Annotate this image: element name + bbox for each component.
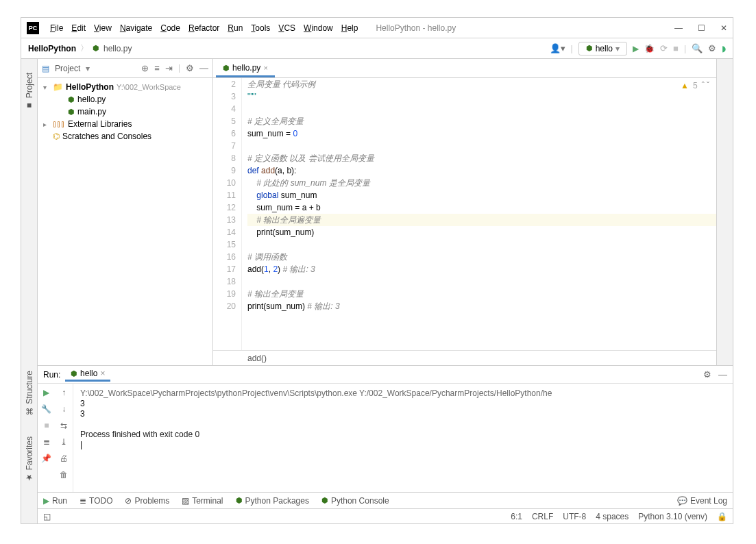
locate-icon[interactable]: ⊕ — [141, 63, 149, 73]
code-line[interactable]: global sum_num — [247, 189, 716, 201]
menu-tools[interactable]: Tools — [248, 22, 273, 34]
wrench-icon[interactable]: 🔧 — [41, 404, 51, 414]
hide-icon[interactable]: — — [718, 369, 727, 380]
menu-code[interactable]: Code — [158, 22, 183, 34]
line-separator[interactable]: CRLF — [532, 512, 553, 521]
close-tab-icon[interactable]: × — [100, 369, 105, 378]
code-line[interactable]: # 定义函数 以及 尝试使用全局变量 — [247, 152, 716, 164]
settings-icon[interactable]: ⚙ — [708, 43, 716, 53]
code-line[interactable]: # 输出全局变量 — [247, 288, 716, 300]
file-encoding[interactable]: UTF-8 — [563, 512, 586, 521]
code-line[interactable] — [247, 275, 716, 288]
maximize-icon[interactable]: ☐ — [698, 23, 705, 33]
run-tab[interactable]: ⬢hello × — [65, 367, 110, 382]
code-line[interactable]: # 调用函数 — [247, 251, 716, 263]
code-line[interactable] — [247, 103, 716, 115]
todo-tool-button[interactable]: ≣TODO — [80, 496, 112, 506]
tree-file[interactable]: ⬢hello.py — [38, 93, 212, 106]
indent[interactable]: 4 spaces — [596, 512, 629, 521]
editor-tab[interactable]: ⬢ hello.py × — [216, 60, 275, 77]
tree-root[interactable]: ▾📁 HelloPython Y:\002_WorkSpace — [38, 81, 212, 93]
code-editor[interactable]: ▲ 5 ˆ ˇ 234567891011121314151617181920 全… — [213, 78, 716, 350]
run-button[interactable]: ▶ — [633, 44, 639, 53]
menu-vcs[interactable]: VCS — [276, 22, 298, 34]
scroll-icon[interactable]: ⤓ — [60, 437, 67, 447]
tree-scratches[interactable]: ⌬ Scratches and Consoles — [38, 130, 212, 143]
code-line[interactable]: 全局变量 代码示例 — [247, 78, 716, 90]
breadcrumb-project[interactable]: HelloPython — [28, 44, 76, 53]
gutter: 234567891011121314151617181920 — [213, 78, 242, 350]
caret-position[interactable]: 6:1 — [511, 512, 522, 521]
hide-icon[interactable]: — — [199, 63, 208, 73]
delete-icon[interactable]: 🗑 — [60, 470, 68, 480]
code-line[interactable]: """ — [247, 90, 716, 103]
code-line[interactable]: def add(a, b): — [247, 164, 716, 177]
code-line[interactable] — [247, 238, 716, 251]
gear-icon[interactable]: ⚙ — [186, 63, 194, 73]
favorites-tool-button[interactable]: ★ Favorites — [25, 436, 34, 482]
stop-button[interactable]: ■ — [673, 43, 679, 53]
structure-tool-button[interactable]: ⌘ Structure — [25, 371, 34, 416]
menu-view[interactable]: View — [91, 22, 114, 34]
left-tool-strip: ■ Project ⌘ Structure ★ Favorites — [21, 59, 38, 523]
code-line[interactable] — [247, 140, 716, 152]
down-icon[interactable]: ↓ — [62, 404, 66, 414]
expand-icon[interactable]: ≡ — [154, 63, 160, 73]
layout-icon[interactable]: ≣ — [43, 437, 50, 447]
interpreter[interactable]: Python 3.10 (venv) — [638, 512, 707, 521]
code-line[interactable]: sum_num = 0 — [247, 127, 716, 140]
menu-file[interactable]: File — [47, 22, 66, 34]
user-icon[interactable]: 👤▾ — [550, 43, 565, 53]
menu-refactor[interactable]: Refactor — [186, 22, 222, 34]
up-icon[interactable]: ↑ — [62, 388, 66, 397]
lock-icon[interactable]: 🔒 — [717, 512, 727, 521]
menu-edit[interactable]: Edit — [69, 22, 88, 34]
debug-button[interactable]: 🐞 — [644, 44, 655, 53]
code-line[interactable]: # 输出全局遍变量 — [247, 214, 716, 226]
code-line[interactable]: sum_num = a + b — [247, 201, 716, 214]
problems-tool-button[interactable]: ⊘Problems — [125, 496, 169, 506]
search-icon[interactable]: 🔍 — [692, 43, 703, 53]
pyconsole-tool-button[interactable]: ⬢Python Console — [321, 496, 389, 506]
close-tab-icon[interactable]: × — [263, 64, 267, 72]
code-line[interactable]: add(1, 2) # 输出: 3 — [247, 263, 716, 275]
console-output[interactable]: Y:\002_WorkSpace\PycharmProjects\pythonP… — [73, 384, 733, 492]
project-tree[interactable]: ▾📁 HelloPython Y:\002_WorkSpace ⬢hello.p… — [38, 78, 212, 145]
menu-window[interactable]: Window — [301, 22, 336, 34]
minimize-icon[interactable]: — — [674, 23, 683, 33]
code-line[interactable]: print(sum_num) — [247, 226, 716, 238]
menubar[interactable]: FileEditViewNavigateCodeRefactorRunTools… — [47, 22, 361, 34]
code-line[interactable]: # 此处的 sum_num 是全局变量 — [247, 177, 716, 189]
right-tool-strip — [716, 59, 733, 365]
project-tool-button[interactable]: ■ Project — [25, 73, 34, 110]
project-panel-title[interactable]: Project — [55, 64, 80, 73]
rerun-icon[interactable]: ▶ — [43, 388, 49, 397]
ide-badge-icon[interactable]: ◗ — [722, 44, 726, 53]
softwrap-icon[interactable]: ⇆ — [60, 421, 67, 430]
print-icon[interactable]: 🖨 — [60, 454, 68, 463]
inspection-widget[interactable]: ▲ 5 ˆ ˇ — [681, 81, 709, 90]
eventlog-tool-button[interactable]: 💬Event Log — [677, 496, 727, 506]
run-tool-button[interactable]: ▶Run — [43, 496, 67, 506]
menu-help[interactable]: Help — [339, 22, 361, 34]
navigation-bar: HelloPython 〉 ⬢ hello.py 👤▾ | ⬢hello▾ ▶ … — [21, 38, 733, 59]
breadcrumb-file[interactable]: hello.py — [103, 44, 132, 53]
pin-icon[interactable]: 📌 — [41, 454, 51, 463]
editor-breadcrumb[interactable]: add() — [213, 350, 716, 365]
tree-external-libraries[interactable]: ▸⫿⫿⫿ External Libraries — [38, 118, 212, 130]
menu-run[interactable]: Run — [225, 22, 245, 34]
stop-icon[interactable]: ■ — [44, 421, 49, 430]
close-icon[interactable]: ✕ — [720, 23, 727, 33]
collapse-icon[interactable]: ⇥ — [165, 63, 173, 73]
terminal-tool-button[interactable]: ▨Terminal — [182, 496, 223, 506]
coverage-button[interactable]: ⟳ — [660, 43, 668, 53]
code-line[interactable]: print(sum_num) # 输出: 3 — [247, 300, 716, 312]
run-label: Run: — [43, 370, 60, 380]
menu-navigate[interactable]: Navigate — [117, 22, 155, 34]
packages-tool-button[interactable]: ⬢Python Packages — [236, 496, 309, 506]
run-config-selector[interactable]: ⬢hello▾ — [578, 42, 627, 55]
status-ws-icon[interactable]: ◱ — [43, 512, 51, 521]
tree-file[interactable]: ⬢main.py — [38, 106, 212, 118]
code-line[interactable]: # 定义全局变量 — [247, 115, 716, 127]
gear-icon[interactable]: ⚙ — [703, 369, 711, 380]
